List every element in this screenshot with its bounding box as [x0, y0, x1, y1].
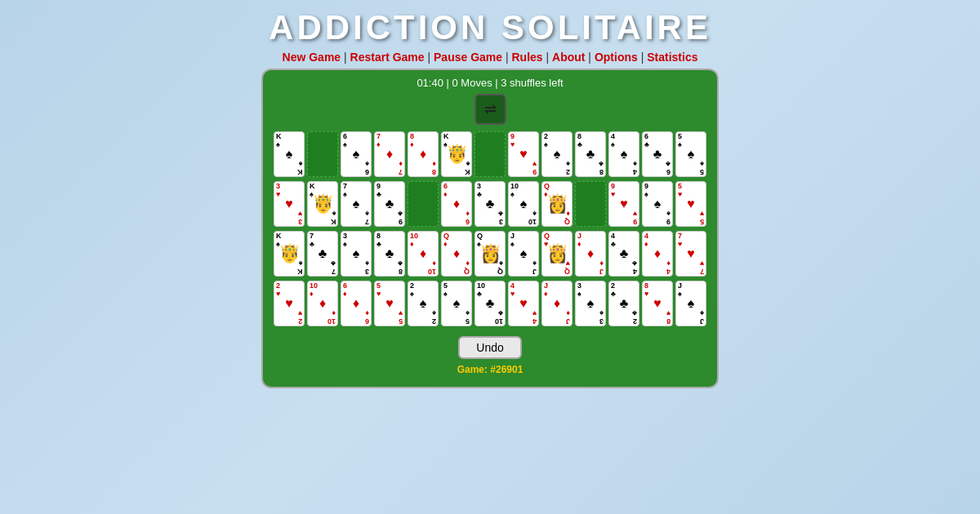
card-2-6[interactable]: Q♠👸Q♠	[474, 231, 506, 277]
status-bar: 01:40 | 0 Moves | 3 shuffles left	[416, 77, 563, 89]
card-3-9[interactable]: 3♠♠3♠	[575, 281, 606, 326]
card-3-0[interactable]: 2♥♥2♥	[274, 281, 305, 326]
card-2-11[interactable]: 4♦♦4♦	[642, 231, 673, 277]
card-3-1[interactable]: 10♦♦10♦	[307, 281, 338, 326]
card-grid: K♠♠K♠6♠♠6♠7♦♦7♦8♦♦8♦K♠🤴K♠9♥♥9♥2♠♠2♠8♣♣8♣…	[274, 131, 706, 328]
card-0-7[interactable]: 9♥♥9♥	[508, 131, 539, 177]
card-0-11[interactable]: 6♣♣6♣	[642, 131, 673, 177]
card-1-5[interactable]: 6♦♦6♦	[441, 181, 472, 227]
card-0-1	[307, 131, 338, 177]
nav-item-restart-game[interactable]: Restart Game	[350, 51, 425, 64]
card-2-9[interactable]: J♦♦J♦	[575, 231, 606, 277]
card-2-0[interactable]: K♠🤴K♠	[274, 231, 305, 277]
card-3-11[interactable]: 8♥♥8♥	[642, 281, 673, 326]
card-1-4	[408, 181, 439, 227]
navigation: New Game | Restart Game | Pause Game | R…	[283, 51, 698, 64]
nav-item-statistics[interactable]: Statistics	[647, 51, 697, 64]
card-2-12[interactable]: 7♥♥7♥	[675, 231, 706, 277]
undo-button[interactable]: Undo	[458, 336, 521, 359]
card-2-7[interactable]: J♠♠J♠	[508, 231, 539, 277]
card-1-9	[575, 181, 606, 227]
card-1-7[interactable]: 10♠♠10♠	[508, 181, 539, 227]
game-id: Game: #26901	[457, 364, 523, 375]
card-1-10[interactable]: 9♥♥9♥	[608, 181, 639, 227]
card-0-9[interactable]: 8♣♣8♣	[575, 131, 606, 177]
card-1-3[interactable]: 9♣♣9♣	[374, 181, 405, 227]
card-1-6[interactable]: 3♣♣3♣	[474, 181, 506, 227]
card-2-1[interactable]: 7♣♣7♣	[307, 231, 338, 277]
card-3-5[interactable]: 5♠♠5♠	[441, 281, 472, 326]
card-0-10[interactable]: 4♠♠4♠	[608, 131, 639, 177]
card-3-8[interactable]: J♦♦J♦	[541, 281, 572, 326]
card-3-3[interactable]: 5♥♥5♥	[374, 281, 405, 326]
card-3-10[interactable]: 2♣♣2♣	[608, 281, 639, 326]
card-0-8[interactable]: 2♠♠2♠	[541, 131, 572, 177]
card-0-12[interactable]: 5♠♠5♠	[675, 131, 706, 177]
game-title: ADDICTION SOLITAIRE	[269, 8, 711, 47]
card-1-11[interactable]: 9♠♠9♠	[642, 181, 673, 227]
card-2-8[interactable]: Q♥👸Q♥	[541, 231, 572, 277]
card-3-7[interactable]: 4♥♥4♥	[508, 281, 539, 326]
game-id-label: Game:	[457, 364, 491, 375]
nav-item-pause-game[interactable]: Pause Game	[434, 51, 502, 64]
card-0-0[interactable]: K♠♠K♠	[274, 131, 305, 177]
card-0-5[interactable]: K♠🤴K♠	[441, 131, 472, 177]
card-2-4[interactable]: 10♦♦10♦	[408, 231, 439, 277]
card-1-1[interactable]: K♠🤴K♠	[307, 181, 338, 227]
shuffle-button[interactable]: ⇌	[474, 94, 506, 125]
card-3-2[interactable]: 6♦♦6♦	[341, 281, 372, 326]
card-1-0[interactable]: 3♥♥3♥	[274, 181, 305, 227]
card-3-4[interactable]: 2♠♠2♠	[408, 281, 439, 326]
nav-item-new-game[interactable]: New Game	[283, 51, 341, 64]
card-3-6[interactable]: 10♣♣10♣	[474, 281, 506, 326]
game-area: 01:40 | 0 Moves | 3 shuffles left ⇌ K♠♠K…	[261, 69, 719, 388]
card-0-2[interactable]: 6♠♠6♠	[341, 131, 372, 177]
card-1-8[interactable]: Q♦👸Q♦	[541, 181, 572, 227]
nav-item-about[interactable]: About	[552, 51, 585, 64]
card-2-5[interactable]: Q♦♦Q♦	[441, 231, 472, 277]
nav-item-options[interactable]: Options	[595, 51, 638, 64]
card-2-3[interactable]: 8♣♣8♣	[374, 231, 405, 277]
game-id-value: #26901	[490, 364, 523, 375]
card-1-2[interactable]: 7♠♠7♠	[341, 181, 372, 227]
card-0-6	[474, 131, 506, 177]
card-2-2[interactable]: 3♠♠3♠	[341, 231, 372, 277]
card-1-12[interactable]: 5♥♥5♥	[675, 181, 706, 227]
nav-item-rules[interactable]: Rules	[512, 51, 543, 64]
card-3-12[interactable]: J♠♠J♠	[675, 281, 706, 326]
card-2-10[interactable]: 4♣♣4♣	[608, 231, 639, 277]
card-0-3[interactable]: 7♦♦7♦	[374, 131, 405, 177]
card-0-4[interactable]: 8♦♦8♦	[408, 131, 439, 177]
